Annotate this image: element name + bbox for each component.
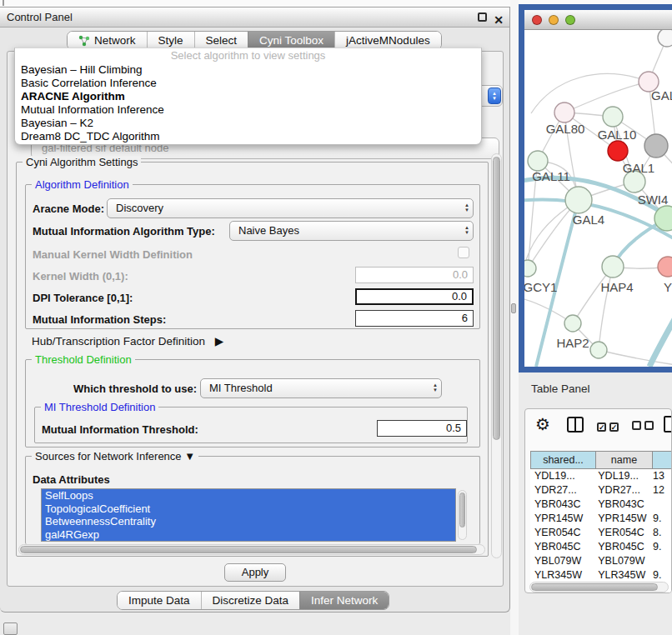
network-node[interactable] — [602, 256, 624, 278]
scrollbar-thumb[interactable] — [459, 492, 465, 528]
scrollbar-thumb[interactable] — [493, 157, 500, 440]
table-row[interactable]: YDR27... YDR27... 12 — [530, 483, 672, 498]
network-edge[interactable] — [599, 350, 672, 365]
unchecked-box-icon — [644, 421, 654, 430]
tab-discretize-data[interactable]: Discretize Data — [201, 592, 300, 609]
network-node[interactable] — [658, 30, 672, 47]
algorithm-dropdown-popup: Select algorithm to view settings Bayesi… — [14, 48, 482, 145]
table-row[interactable]: YBR043C YBR043C — [530, 498, 672, 512]
expanded-arrow-icon[interactable]: ▼ — [184, 450, 195, 462]
network-edge[interactable] — [564, 82, 649, 112]
network-node[interactable] — [644, 134, 668, 158]
network-node[interactable] — [658, 257, 672, 277]
dropdown-item[interactable]: Basic Correlation Inference — [15, 77, 481, 90]
list-vertical-scrollbar[interactable] — [458, 490, 467, 540]
tab-infer-network[interactable]: Infer Network — [299, 592, 389, 609]
network-node-label: GAL80 — [546, 122, 585, 136]
dropdown-item[interactable]: Bayesian – K2 — [15, 117, 481, 130]
attribute-list-item[interactable]: gal4RGexp — [42, 528, 455, 542]
table-row[interactable]: YPR145W YPR145W 9. — [530, 512, 672, 526]
column-header-clipped[interactable] — [653, 451, 672, 469]
combobox-stepper-focused[interactable]: ▲▼ — [488, 88, 501, 104]
network-edge[interactable] — [599, 267, 613, 350]
close-traffic-light[interactable] — [532, 15, 542, 25]
dropdown-item[interactable]: ARACNE Algorithm — [15, 90, 481, 103]
zoom-traffic-light[interactable] — [565, 15, 575, 25]
column-header-shared-name[interactable]: shared... — [530, 451, 596, 469]
column-layout-icon[interactable] — [567, 417, 584, 432]
network-node[interactable] — [524, 260, 536, 277]
mi-steps-field[interactable]: 6 — [355, 310, 474, 327]
which-threshold-combobox[interactable]: MI Threshold ▲▼ — [200, 378, 442, 398]
panel-divider-strip — [510, 0, 519, 635]
tab-jactivemnodules[interactable]: jActiveMNodules — [334, 32, 441, 49]
cell-name: YBL079W — [594, 554, 649, 568]
settings-horizontal-scrollbar[interactable] — [18, 544, 485, 555]
table-row[interactable]: YER054C YER054C 8. — [530, 526, 672, 540]
mi-threshold-field[interactable]: 0.5 — [377, 420, 467, 437]
network-node[interactable] — [564, 315, 581, 332]
network-edge-highlighted[interactable] — [649, 310, 672, 367]
table-row[interactable]: YLR345W YLR345W 9. — [530, 568, 672, 582]
network-edge[interactable] — [531, 74, 649, 113]
cell-shared-name: YPR145W — [530, 512, 594, 526]
kernel-width-field[interactable]: 0.0 — [355, 267, 474, 283]
tab-impute-data[interactable]: Impute Data — [118, 592, 201, 609]
select-all-checkboxes-icon[interactable]: ✓ ✓ — [597, 420, 619, 432]
sources-title: Sources for Network Inference — [35, 450, 182, 462]
tab-select[interactable]: Select — [194, 32, 248, 49]
column-header-name[interactable]: name — [596, 451, 653, 469]
dropdown-placeholder: Select algorithm to view settings — [15, 48, 481, 63]
network-node[interactable] — [590, 342, 607, 358]
network-node-label: GAL11 — [532, 169, 570, 183]
minimize-traffic-light[interactable] — [549, 15, 559, 25]
hub-definition-toggle[interactable]: Hub/Transcription Factor Definition ▶ — [32, 334, 223, 348]
tab-label: Select — [206, 32, 238, 49]
dpi-tolerance-field[interactable]: 0.0 — [355, 288, 474, 305]
network-window-titlebar[interactable] — [524, 10, 672, 30]
mi-steps-label: Mutual Information Steps: — [33, 313, 166, 326]
mi-algorithm-type-combobox[interactable]: Naive Bayes ▲▼ — [229, 221, 474, 241]
network-node-label: GAL4 — [573, 212, 604, 227]
scrollbar-thumb[interactable] — [20, 546, 477, 553]
attribute-list-item[interactable]: BetweennessCentrality — [42, 515, 455, 528]
settings-vertical-scrollbar[interactable] — [491, 153, 502, 558]
manual-kernel-width-checkbox[interactable] — [458, 247, 469, 258]
cell-value: 9. — [649, 512, 672, 526]
apply-button[interactable]: Apply — [224, 563, 286, 582]
float-window-icon[interactable] — [478, 12, 487, 22]
new-table-icon[interactable] — [664, 416, 672, 432]
attribute-list-item[interactable]: SelfLoops — [42, 489, 455, 502]
deselect-all-checkboxes-icon[interactable] — [632, 420, 654, 432]
gear-icon[interactable]: ⚙ — [535, 414, 550, 434]
tab-cyni-toolbox[interactable]: Cyni Toolbox — [248, 32, 334, 49]
table-horizontal-scrollbar[interactable] — [529, 582, 669, 592]
table-header: shared... name — [530, 451, 672, 469]
tab-network[interactable]: Network — [68, 32, 147, 49]
split-pane-grip[interactable] — [511, 303, 516, 313]
minimized-icon[interactable] — [3, 622, 18, 635]
table-row[interactable]: YBL079W YBL079W — [530, 554, 672, 568]
network-node[interactable] — [554, 102, 574, 122]
dropdown-item[interactable]: Mutual Information Inference — [15, 103, 481, 117]
network-node[interactable] — [528, 151, 548, 171]
cell-shared-name: YBR043C — [530, 498, 594, 512]
control-panel-title: Control Panel — [7, 11, 73, 23]
network-canvas[interactable]: GALGAL80GAL10GAL1GAL11SWI4GAL4GCY1HAP4YH… — [524, 30, 672, 367]
stepper-icon: ▲▼ — [433, 382, 438, 392]
data-attributes-list[interactable]: SelfLoops TopologicalCoefficient Between… — [41, 488, 456, 542]
aracne-mode-combobox[interactable]: Discovery ▲▼ — [107, 198, 474, 218]
network-node[interactable] — [603, 107, 623, 127]
table-panel: ⚙ ✓ ✓ shared... name YDL19... YDL19... 1… — [524, 408, 672, 593]
scrollbar-thumb[interactable] — [531, 583, 658, 591]
table-row[interactable]: YBR045C YBR045C 9. — [530, 540, 672, 554]
network-node[interactable] — [608, 141, 628, 161]
tab-style[interactable]: Style — [147, 32, 194, 49]
table-row[interactable]: YDL19... YDL19... 13 — [530, 469, 672, 483]
network-node[interactable] — [565, 187, 592, 213]
dropdown-item[interactable]: Bayesian – Hill Climbing — [15, 63, 481, 77]
dropdown-item[interactable]: Dream8 DC_TDC Algorithm — [15, 130, 481, 143]
collapsed-arrow-icon[interactable]: ▶ — [215, 335, 223, 348]
attribute-list-item[interactable]: TopologicalCoefficient — [42, 502, 455, 516]
close-icon[interactable]: ✕ — [494, 10, 504, 30]
